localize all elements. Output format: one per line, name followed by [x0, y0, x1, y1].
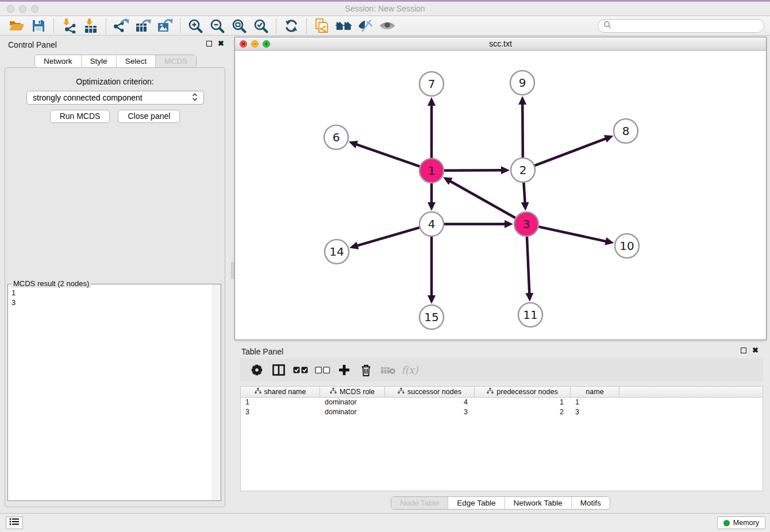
graph-node-4[interactable]: 4	[419, 212, 444, 236]
zoom-fit-icon[interactable]	[228, 17, 250, 34]
table-panel: Table Panel ✖	[234, 342, 767, 510]
graph-edge-3-1[interactable]	[443, 177, 515, 218]
deselect-all-columns-icon[interactable]	[311, 361, 333, 379]
mcds-panel: Optimization criterion: strongly connect…	[5, 67, 225, 507]
graph-edge-4-15[interactable]	[428, 237, 436, 304]
close-panel-icon[interactable]: ✖	[218, 40, 224, 47]
split-panel-icon[interactable]	[268, 361, 290, 379]
show-all-icon[interactable]	[376, 17, 398, 34]
column-header-label: shared name	[264, 388, 306, 396]
graph-edge-4-3[interactable]	[444, 220, 513, 228]
network-window-titlebar: ✕ − + scc.txt	[235, 37, 766, 51]
export-table-icon[interactable]	[132, 17, 154, 34]
export-image-icon[interactable]	[154, 17, 176, 34]
tab-style[interactable]: Style	[81, 55, 116, 67]
graph-edge-2-9[interactable]	[518, 96, 526, 157]
toolbar-separator	[276, 18, 276, 33]
graph-edge-2-8[interactable]	[535, 135, 614, 165]
run-mcds-button[interactable]: Run MCDS	[50, 110, 110, 123]
table-tab-network-table[interactable]: Network Table	[505, 497, 571, 509]
network-view-window: ✕ − + scc.txt 7968124314101511	[234, 37, 767, 340]
column-header-shared-name[interactable]: shared name	[241, 387, 320, 397]
svg-text:1: 1	[428, 164, 436, 178]
graph-node-7[interactable]: 7	[419, 72, 444, 96]
open-file-icon[interactable]	[6, 17, 28, 34]
tab-select[interactable]: Select	[116, 55, 156, 67]
graph-node-8[interactable]: 8	[614, 119, 638, 143]
tab-network[interactable]: Network	[35, 55, 81, 67]
table-panel-title: Table Panel	[241, 347, 283, 356]
zoom-selected-icon[interactable]	[250, 17, 272, 34]
graph-edge-1-4[interactable]	[428, 183, 436, 211]
toolbar-separator	[180, 18, 180, 33]
column-header-MCDS-role[interactable]: MCDS role	[320, 387, 385, 397]
graph-edge-4-14[interactable]	[349, 228, 419, 249]
svg-text:11: 11	[523, 308, 537, 322]
table-tab-motifs[interactable]: Motifs	[571, 497, 610, 509]
home-view-icon[interactable]	[333, 17, 355, 34]
float-table-panel-icon[interactable]	[741, 348, 746, 353]
memory-button[interactable]: Memory	[717, 516, 765, 529]
column-header-predecessor-nodes[interactable]: predecessor nodes	[475, 387, 571, 397]
svg-text:9: 9	[519, 76, 526, 90]
function-builder-icon: f(x)	[399, 361, 421, 379]
sort-hierarchy-icon	[255, 388, 261, 396]
result-scrollbar[interactable]	[213, 284, 221, 500]
table-header-row: shared nameMCDS rolesuccessor nodesprede…	[241, 387, 763, 398]
export-network-icon[interactable]	[110, 17, 132, 34]
float-panel-icon[interactable]	[206, 41, 212, 47]
window-titlebar: Session: New Session	[0, 0, 770, 16]
delete-table-icon	[377, 361, 399, 379]
graph-node-15[interactable]: 15	[419, 305, 444, 329]
graph-node-11[interactable]: 11	[518, 303, 542, 327]
network-clone-icon[interactable]	[311, 17, 333, 34]
graph-node-9[interactable]: 9	[510, 71, 534, 95]
import-table-icon[interactable]	[80, 17, 102, 34]
graph-node-10[interactable]: 10	[615, 234, 639, 258]
hide-selected-icon[interactable]	[355, 17, 376, 34]
add-column-icon[interactable]	[333, 361, 355, 379]
network-canvas[interactable]: 7968124314101511	[235, 51, 766, 340]
table-cell: 1	[571, 398, 619, 407]
criterion-dropdown[interactable]: strongly connected component	[26, 91, 204, 105]
column-header-name[interactable]: name	[571, 387, 619, 397]
graph-node-2[interactable]: 2	[511, 158, 535, 182]
graph-edge-2-3[interactable]	[521, 183, 529, 211]
search-box	[598, 19, 764, 33]
table-tab-edge-table[interactable]: Edge Table	[448, 497, 504, 509]
refresh-layout-icon[interactable]	[280, 17, 302, 34]
table-cell: dominator	[320, 407, 385, 417]
gear-icon[interactable]	[246, 361, 268, 379]
graph-edge-3-11[interactable]	[525, 237, 533, 302]
chevron-updown-icon	[192, 93, 198, 103]
zoom-out-icon[interactable]	[206, 17, 228, 34]
search-input[interactable]	[614, 21, 759, 30]
toolbar-separator	[306, 18, 307, 33]
mcds-result-line: 1	[11, 288, 209, 298]
import-network-icon[interactable]	[58, 17, 80, 34]
graph-edge-1-7[interactable]	[428, 97, 436, 158]
column-header-successor-nodes[interactable]: successor nodes	[385, 387, 475, 397]
close-table-panel-icon[interactable]: ✖	[752, 347, 759, 354]
table-row[interactable]: 3dominator323	[241, 407, 763, 417]
list-icon	[9, 518, 20, 528]
graph-node-1[interactable]: 1	[419, 159, 444, 183]
close-panel-button[interactable]: Close panel	[118, 110, 180, 123]
graph-edge-1-6[interactable]	[349, 141, 420, 167]
zoom-in-icon[interactable]	[184, 17, 206, 34]
select-all-columns-icon[interactable]	[290, 361, 311, 379]
graph-edge-3-10[interactable]	[538, 227, 614, 245]
table-tab-node-table[interactable]: Node Table	[391, 497, 448, 509]
delete-column-icon[interactable]	[355, 361, 377, 379]
column-header-label: successor nodes	[407, 388, 461, 396]
graph-node-3[interactable]: 3	[514, 212, 538, 236]
save-session-icon[interactable]	[28, 17, 49, 34]
tab-mcds[interactable]: MCDS	[155, 55, 196, 67]
mcds-result-text[interactable]: 13	[8, 286, 212, 500]
table-row[interactable]: 1dominator411	[241, 398, 763, 407]
graph-edge-1-2[interactable]	[444, 166, 510, 174]
column-header-label: MCDS role	[340, 388, 375, 396]
task-history-button[interactable]	[6, 516, 23, 529]
graph-node-14[interactable]: 14	[325, 240, 349, 264]
graph-node-6[interactable]: 6	[324, 125, 348, 149]
